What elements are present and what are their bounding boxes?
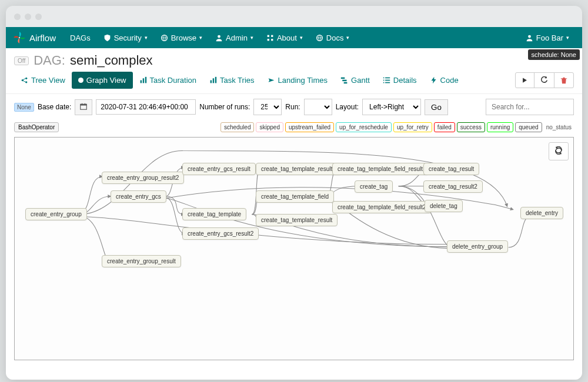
caret-icon: ▾	[199, 35, 202, 41]
svg-rect-5	[268, 39, 269, 41]
tab-tree-view[interactable]: Tree View	[14, 72, 72, 89]
caret-icon: ▾	[566, 35, 569, 41]
task-node[interactable]: delete_entry_group	[447, 240, 508, 253]
num-runs-select[interactable]: 25	[253, 99, 282, 115]
nav-dags[interactable]: DAGs	[64, 30, 96, 46]
nav-docs[interactable]: Docs▾	[310, 30, 356, 46]
tab-label: Landing Times	[278, 76, 328, 85]
tab-label: Code	[440, 76, 459, 85]
share-icon	[21, 76, 28, 84]
tab-gantt[interactable]: Gantt	[334, 72, 376, 89]
state-failed[interactable]: failed	[434, 122, 455, 132]
refresh-graph-button[interactable]	[549, 142, 569, 160]
nav-browse[interactable]: Browse▾	[155, 30, 208, 46]
plane-icon	[268, 76, 275, 84]
tab-task-duration[interactable]: Task Duration	[133, 72, 203, 89]
play-icon	[522, 77, 528, 83]
task-node[interactable]: create_tag_result2	[423, 180, 483, 193]
num-runs-label: Number of runs:	[199, 103, 250, 111]
tab-label: Tree View	[31, 76, 65, 85]
svg-rect-28	[81, 104, 87, 105]
svg-rect-29	[82, 103, 82, 104]
state-scheduled[interactable]: scheduled	[220, 122, 255, 132]
globe-icon	[316, 34, 323, 42]
layout-select[interactable]: Left->Right	[362, 99, 421, 115]
task-node[interactable]: create_tag_template_result	[256, 214, 338, 226]
run-select[interactable]	[304, 99, 332, 115]
task-node[interactable]: create_entry_gcs_result	[182, 163, 256, 175]
legend-row: BashOperator scheduled skipped upstream_…	[6, 120, 582, 137]
window-close-dot[interactable]	[14, 14, 21, 20]
nav-about[interactable]: About▾	[260, 30, 309, 46]
task-node[interactable]: create_entry_gcs	[111, 190, 166, 203]
operator-badge[interactable]: BashOperator	[14, 122, 59, 132]
tab-code[interactable]: Code	[423, 72, 465, 89]
base-date-input[interactable]	[96, 99, 196, 115]
base-date-label: Base date:	[38, 103, 71, 111]
run-none-badge: None	[14, 103, 34, 112]
task-node[interactable]: create_tag_template_result2	[256, 163, 341, 175]
task-node[interactable]: create_tag_template_field_result2	[332, 201, 432, 213]
search-input[interactable]	[486, 99, 574, 115]
nav-security[interactable]: Security▾	[98, 30, 153, 46]
state-no-status[interactable]: no_status	[544, 123, 574, 132]
task-node[interactable]: create_tag_result	[423, 163, 479, 175]
state-skipped[interactable]: skipped	[256, 122, 283, 132]
graph-area[interactable]: create_entry_group create_entry_group_re…	[14, 137, 574, 360]
dag-name: semi_complex	[70, 53, 153, 68]
layout-label: Layout:	[336, 103, 359, 111]
window-min-dot[interactable]	[25, 14, 31, 20]
task-node[interactable]: create_entry_group_result	[102, 255, 181, 267]
calendar-button[interactable]	[75, 99, 92, 115]
delete-dag-button[interactable]	[554, 72, 574, 88]
svg-rect-14	[145, 77, 146, 83]
task-node[interactable]: create_tag_template_field_result	[332, 163, 428, 175]
user-icon	[526, 34, 533, 42]
tab-label: Details	[393, 76, 417, 85]
task-node[interactable]: create_tag_template_field	[256, 190, 334, 203]
svg-rect-26	[385, 82, 390, 83]
state-success[interactable]: success	[457, 122, 485, 132]
state-queued[interactable]: queued	[515, 122, 542, 132]
task-node[interactable]: delete_entry	[520, 207, 563, 219]
svg-rect-13	[142, 78, 143, 83]
run-label: Run:	[285, 103, 300, 111]
dot-icon	[78, 78, 83, 83]
user-icon	[215, 34, 223, 42]
task-node[interactable]: create_tag_template	[182, 208, 246, 220]
shield-icon	[103, 34, 111, 42]
svg-rect-18	[341, 78, 345, 79]
dag-toggle[interactable]: Off	[14, 56, 29, 65]
svg-rect-4	[271, 35, 273, 36]
window-max-dot[interactable]	[35, 14, 42, 20]
task-node[interactable]: create_entry_group	[25, 208, 87, 220]
svg-point-0	[19, 37, 20, 38]
state-running[interactable]: running	[487, 122, 513, 132]
refresh-button[interactable]	[534, 72, 554, 88]
task-node[interactable]: create_tag	[355, 180, 393, 193]
task-node[interactable]: create_entry_gcs_result2	[182, 227, 259, 240]
tab-details[interactable]: Details	[376, 72, 423, 89]
svg-rect-16	[213, 78, 214, 83]
dag-prefix: DAG:	[34, 53, 65, 68]
globe-icon	[161, 34, 168, 42]
tab-row: Tree View Graph View Task Duration Task …	[6, 69, 582, 94]
nav-user[interactable]: Foo Bar▾	[520, 30, 575, 46]
tab-graph-view[interactable]: Graph View	[72, 72, 133, 89]
bar-chart-icon	[209, 76, 217, 84]
refresh-icon	[540, 76, 548, 84]
brand[interactable]: Airflow	[13, 31, 56, 44]
state-upstream-failed[interactable]: upstream_failed	[285, 122, 334, 132]
svg-rect-20	[344, 82, 348, 83]
state-up-for-reschedule[interactable]: up_for_reschedule	[336, 122, 392, 132]
trigger-dag-button[interactable]	[515, 72, 534, 88]
tab-landing-times[interactable]: Landing Times	[261, 72, 335, 89]
svg-rect-12	[140, 81, 141, 83]
go-button[interactable]: Go	[425, 99, 448, 115]
task-node[interactable]: create_entry_group_result2	[102, 172, 184, 184]
tab-task-tries[interactable]: Task Tries	[203, 72, 261, 89]
nav-admin[interactable]: Admin▾	[209, 30, 259, 46]
state-up-for-retry[interactable]: up_for_retry	[393, 122, 432, 132]
task-node[interactable]: delete_tag	[425, 200, 463, 212]
nav-items: DAGs Security▾ Browse▾ Admin▾ About▾	[64, 30, 355, 46]
